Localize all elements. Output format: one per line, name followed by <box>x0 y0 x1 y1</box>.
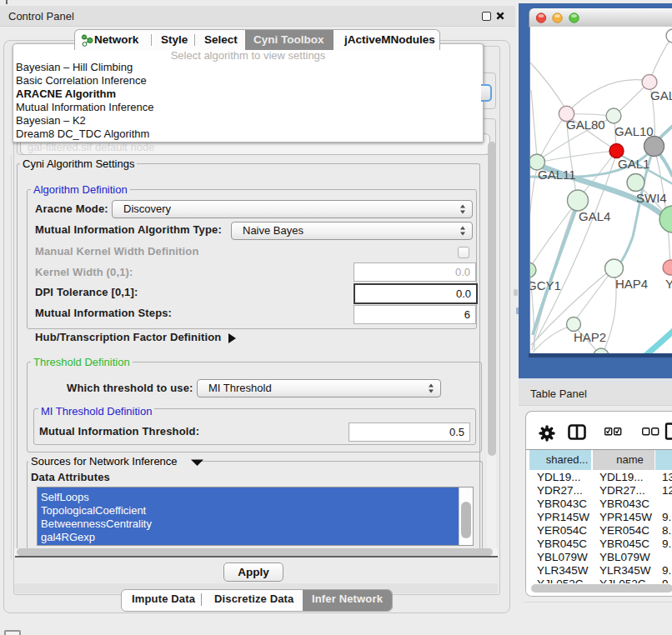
svg-text:SWI4: SWI4 <box>636 191 667 205</box>
svg-text:GAL11: GAL11 <box>538 168 576 182</box>
svg-text:Y: Y <box>665 277 672 291</box>
svg-text:GAL4: GAL4 <box>579 209 610 223</box>
svg-text:GCY1: GCY1 <box>529 278 561 292</box>
svg-text:HAP4: HAP4 <box>615 277 648 291</box>
svg-text:GAL80: GAL80 <box>566 118 605 132</box>
svg-text:GAL10: GAL10 <box>614 124 654 138</box>
svg-text:GAL1: GAL1 <box>618 157 649 171</box>
svg-text:HAP2: HAP2 <box>574 330 606 344</box>
svg-text:GAL: GAL <box>650 88 672 102</box>
